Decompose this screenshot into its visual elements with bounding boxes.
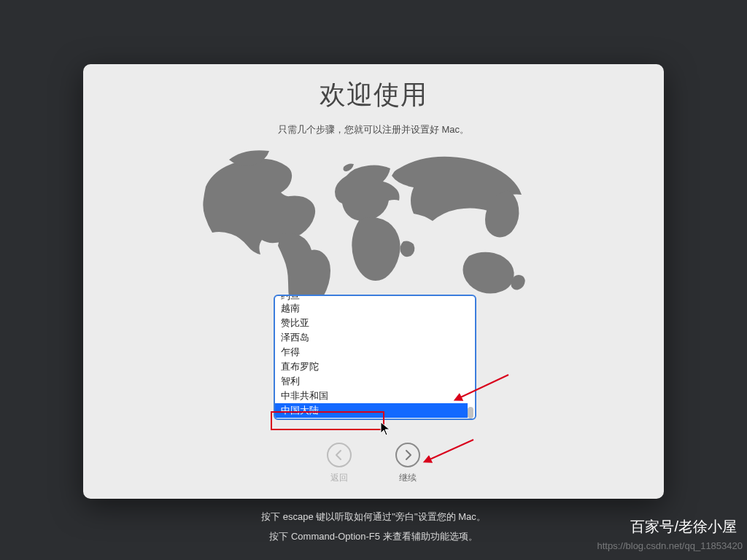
list-item[interactable]: 智利	[275, 374, 468, 389]
back-button-label: 返回	[330, 472, 348, 484]
list-item[interactable]: 泽西岛	[275, 330, 468, 345]
continue-button-label: 继续	[399, 472, 417, 484]
list-item[interactable]: 赞比亚	[275, 316, 468, 330]
back-button: 返回	[327, 443, 352, 484]
watermark-brand: 百家号/老徐小屋	[630, 517, 737, 537]
page-title: 欢迎使用	[83, 77, 664, 113]
list-item[interactable]: 约旦	[275, 296, 468, 301]
list-item[interactable]: 越南	[275, 301, 468, 316]
scrollbar-track[interactable]	[468, 298, 473, 417]
nav-row: 返回 继续	[83, 443, 664, 484]
setup-assistant-panel: 欢迎使用 只需几个步骤，您就可以注册并设置好 Mac。 约旦 越南 赞比亚	[83, 64, 664, 499]
page-subtitle: 只需几个步骤，您就可以注册并设置好 Mac。	[83, 123, 664, 136]
watermark-url: https://blog.csdn.net/qq_11853420	[597, 540, 743, 551]
scrollbar-thumb[interactable]	[468, 407, 473, 419]
country-list-items: 约旦 越南 赞比亚 泽西岛 乍得 直布罗陀 智利 中非共和国 中国大陆	[275, 296, 468, 419]
list-item[interactable]: 中非共和国	[275, 389, 468, 403]
arrow-right-icon	[395, 443, 420, 467]
list-item[interactable]: 乍得	[275, 345, 468, 359]
continue-button[interactable]: 继续	[395, 443, 420, 484]
world-map-image	[195, 147, 552, 300]
list-item-selected[interactable]: 中国大陆	[275, 403, 468, 418]
list-item[interactable]: 直布罗陀	[275, 359, 468, 374]
arrow-left-icon	[327, 443, 352, 467]
mouse-cursor-icon	[380, 421, 390, 436]
country-listbox[interactable]: 约旦 越南 赞比亚 泽西岛 乍得 直布罗陀 智利 中非共和国 中国大陆	[274, 295, 476, 420]
